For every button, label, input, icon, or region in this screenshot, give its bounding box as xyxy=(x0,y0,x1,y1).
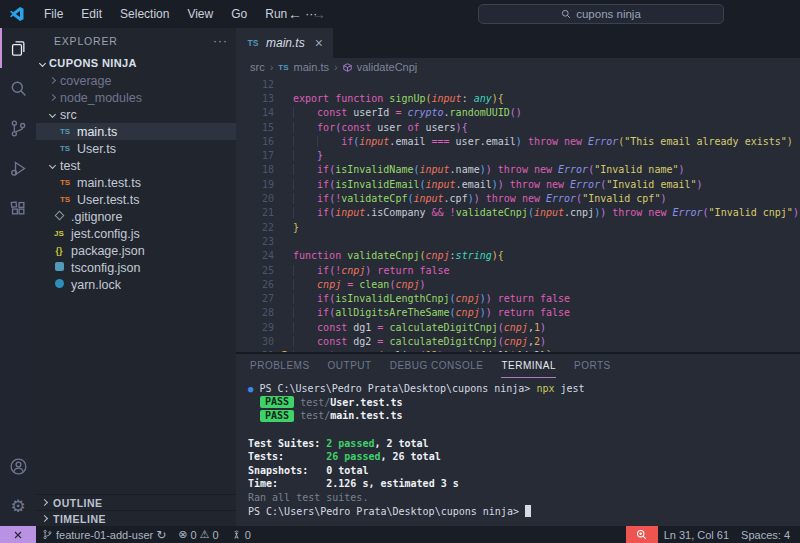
tree-file--gitignore[interactable]: .gitignore xyxy=(36,208,236,225)
line-number: 18 xyxy=(236,164,274,175)
panel-tab-problems[interactable]: PROBLEMS xyxy=(250,354,310,378)
code-line[interactable]: 23 xyxy=(236,234,800,248)
code-line[interactable]: 21 if(input.isCompany && !validateCnpj(i… xyxy=(236,206,800,220)
tree-file-main-ts[interactable]: TSmain.ts xyxy=(36,123,236,140)
command-center-search[interactable]: cupons ninja xyxy=(478,4,724,24)
indentation-setting[interactable]: Spaces: 4 xyxy=(735,526,800,543)
tree-folder-coverage[interactable]: coverage xyxy=(36,72,236,89)
code-editor[interactable]: 1213export function signUp(input: any){1… xyxy=(236,76,800,352)
tree-file-yarn-lock[interactable]: yarn.lock xyxy=(36,276,236,293)
workspace-root[interactable]: CUPONS NINJA xyxy=(36,54,236,72)
git-branch-item[interactable]: feature-01-add-user ↻ xyxy=(36,526,172,543)
code-line[interactable]: 16 if(input.email === user.email) throw … xyxy=(236,134,800,148)
menu-item-edit[interactable]: Edit xyxy=(72,3,111,25)
explorer-more-icon[interactable]: ··· xyxy=(213,34,228,48)
code-line[interactable]: 12 xyxy=(236,77,800,91)
code-line[interactable]: 22} xyxy=(236,220,800,234)
code-line[interactable]: 25 if(!cnpj) return false xyxy=(236,263,800,277)
breadcrumb-folder[interactable]: src xyxy=(250,61,265,73)
panel-tab-terminal[interactable]: TERMINAL xyxy=(501,354,556,378)
ports-item[interactable]: 0 xyxy=(225,526,257,543)
workspace-root-label: CUPONS NINJA xyxy=(49,57,137,69)
problems-item[interactable]: ⊗ 0 ⚠ 0 xyxy=(172,526,224,543)
tab-main-ts[interactable]: TS main.ts × xyxy=(236,28,333,58)
typescript-file-icon: TS xyxy=(58,127,72,136)
warning-icon: ⚠ xyxy=(200,528,210,541)
terminal-line: PASS test/main.test.ts xyxy=(248,409,800,423)
line-number: 17 xyxy=(236,150,274,161)
radio-tower-icon xyxy=(231,529,242,540)
panel-tab-output[interactable]: OUTPUT xyxy=(328,354,372,378)
terminal-line: Test Suites: 2 passed, 2 total xyxy=(248,436,800,450)
tree-folder-src[interactable]: src xyxy=(36,106,236,123)
panel-tab-debug-console[interactable]: DEBUG CONSOLE xyxy=(390,354,484,378)
breadcrumb-file[interactable]: main.ts xyxy=(294,61,329,73)
ts-file-icon: TS xyxy=(246,38,260,48)
ts-file-icon: TS xyxy=(278,63,288,72)
typescript-file-icon: TS xyxy=(58,195,72,204)
account-icon[interactable] xyxy=(0,446,36,486)
code-line[interactable]: 17 } xyxy=(236,148,800,162)
zoom-indicator[interactable] xyxy=(626,526,658,543)
code-line[interactable]: 27 if(isInvalidLengthCnpj(cnpj)) return … xyxy=(236,291,800,305)
code-line[interactable]: 18 if(isInvalidName(input.name)) throw n… xyxy=(236,163,800,177)
line-number: 30 xyxy=(236,336,274,347)
pass-badge: PASS xyxy=(260,410,294,422)
source-control-icon[interactable] xyxy=(0,108,36,148)
panel-tab-ports[interactable]: PORTS xyxy=(574,354,611,378)
tree-file-User-ts[interactable]: TSUser.ts xyxy=(36,140,236,157)
settings-gear-icon[interactable]: ⚙ xyxy=(0,486,36,526)
terminal[interactable]: ● PS C:\Users\Pedro Prata\Desktop\cupons… xyxy=(236,378,800,526)
code-line[interactable]: 31 return cnpj.slice(12) == `${dg1}${dg2… xyxy=(236,349,800,352)
extensions-icon[interactable] xyxy=(0,188,36,228)
menu-bar: FileEditSelectionViewGoRun··· xyxy=(35,3,326,25)
breadcrumb-symbol[interactable]: validateCnpj xyxy=(357,61,418,73)
tree-file-package-json[interactable]: {}package.json xyxy=(36,242,236,259)
line-number: 25 xyxy=(236,265,274,276)
remote-indicator[interactable] xyxy=(0,526,36,543)
tree-item-label: User.test.ts xyxy=(77,193,140,207)
tree-file-main-test-ts[interactable]: TSmain.test.ts xyxy=(36,174,236,191)
line-number: 29 xyxy=(236,322,274,333)
terminal-line: ● PS C:\Users\Pedro Prata\Desktop\cupons… xyxy=(248,382,800,396)
tree-file-User-test-ts[interactable]: TSUser.test.ts xyxy=(36,191,236,208)
cursor-position[interactable]: Ln 31, Col 61 xyxy=(658,526,735,543)
code-line[interactable]: 29 const dg1 = calculateDigitCnpj(cnpj,1… xyxy=(236,320,800,334)
section-timeline[interactable]: TIMELINE xyxy=(36,510,236,526)
section-outline[interactable]: OUTLINE xyxy=(36,494,236,510)
menu-item-file[interactable]: File xyxy=(35,3,72,25)
tree-folder-node-modules[interactable]: node_modules xyxy=(36,89,236,106)
code-line[interactable]: 13export function signUp(input: any){ xyxy=(236,91,800,105)
menu-item-view[interactable]: View xyxy=(178,3,222,25)
code-line[interactable]: 20 if(!validateCpf(input.cpf)) throw new… xyxy=(236,191,800,205)
back-arrow-icon[interactable]: ← xyxy=(288,6,302,22)
menu-item-go[interactable]: Go xyxy=(222,3,256,25)
sync-icon[interactable]: ↻ xyxy=(156,528,166,542)
code-line[interactable]: 14 const userId = crypto.randomUUID() xyxy=(236,106,800,120)
line-number: 12 xyxy=(236,79,274,90)
code-line[interactable]: 26 cnpj = clean(cnpj) xyxy=(236,277,800,291)
run-debug-icon[interactable] xyxy=(0,148,36,188)
warning-count: 0 xyxy=(213,529,219,541)
tree-item-label: jest.config.js xyxy=(71,227,140,241)
tree-file-tsconfig-json[interactable]: tsconfig.json xyxy=(36,259,236,276)
menu-item-selection[interactable]: Selection xyxy=(111,3,178,25)
tree-file-jest-config-js[interactable]: JSjest.config.js xyxy=(36,225,236,242)
tsconfig-file-icon xyxy=(52,262,66,273)
section-label: OUTLINE xyxy=(53,497,103,509)
line-number: 19 xyxy=(236,179,274,190)
forward-arrow-icon[interactable]: → xyxy=(312,6,326,22)
code-line[interactable]: 30 const dg2 = calculateDigitCnpj(cnpj,2… xyxy=(236,334,800,348)
tree-item-label: test xyxy=(60,159,80,173)
code-line[interactable]: 15 for(const user of users){ xyxy=(236,120,800,134)
line-number: 21 xyxy=(236,207,274,218)
tree-folder-test[interactable]: test xyxy=(36,157,236,174)
code-line[interactable]: 24function validateCnpj(cnpj:string){ xyxy=(236,249,800,263)
code-line[interactable]: 28 if(allDigitsAreTheSame(cnpj)) return … xyxy=(236,306,800,320)
tree-item-label: coverage xyxy=(60,74,111,88)
pass-badge: PASS xyxy=(260,396,294,408)
close-tab-icon[interactable]: × xyxy=(315,35,323,51)
search-sidebar-icon[interactable] xyxy=(0,68,36,108)
explorer-icon[interactable] xyxy=(0,28,36,68)
code-line[interactable]: 19 if(isInvalidEmail(input.email)) throw… xyxy=(236,177,800,191)
